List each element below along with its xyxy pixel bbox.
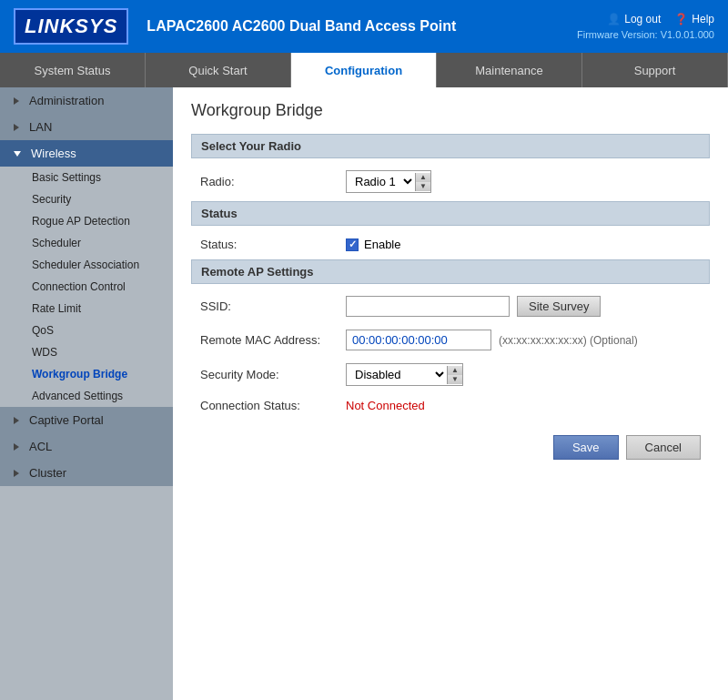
arrow-right-icon	[14, 124, 19, 131]
sidebar-item-acl[interactable]: ACL	[0, 433, 173, 460]
security-up-arrow[interactable]: ▲	[448, 366, 462, 375]
wireless-submenu: Basic Settings Security Rogue AP Detecti…	[0, 167, 173, 407]
sidebar-item-captive-portal[interactable]: Captive Portal	[0, 407, 173, 433]
connection-status-text: Not Connected	[346, 399, 425, 412]
connection-status-row: Connection Status: Not Connected	[191, 394, 710, 417]
connection-status-value: Not Connected	[346, 399, 425, 412]
logout-link[interactable]: 👤 Log out	[607, 13, 661, 25]
main-layout: Administration LAN Wireless Basic Settin…	[0, 87, 728, 700]
security-mode-select[interactable]: Disabled	[347, 364, 447, 385]
sidebar-item-qos[interactable]: QoS	[18, 320, 173, 341]
radio-row: Radio: Radio 1 ▲ ▼	[191, 166, 710, 198]
page-title: Workgroup Bridge	[191, 101, 710, 120]
remote-mac-value: (xx:xx:xx:xx:xx:xx) (Optional)	[346, 330, 638, 350]
status-value: ✓ Enable	[346, 238, 400, 251]
sidebar-item-workgroup-bridge[interactable]: Workgroup Bridge	[18, 363, 173, 385]
tab-maintenance[interactable]: Maintenance	[437, 53, 582, 87]
arrow-right-icon	[14, 417, 19, 424]
arrow-right-icon	[14, 443, 19, 451]
ssid-row: SSID: Site Survey	[191, 291, 710, 321]
enable-label: Enable	[364, 238, 400, 251]
action-row: Save Cancel	[191, 435, 710, 460]
sidebar-item-rogue-ap[interactable]: Rogue AP Detection	[18, 210, 173, 232]
ssid-label: SSID:	[200, 299, 346, 313]
security-mode-spin-arrows: ▲ ▼	[447, 366, 462, 384]
remote-ap-section-header: Remote AP Settings	[191, 259, 710, 284]
ssid-input[interactable]	[346, 296, 510, 317]
radio-down-arrow[interactable]: ▼	[416, 182, 430, 191]
logo-box: LINKSYS	[14, 8, 128, 45]
remote-mac-input[interactable]	[346, 330, 491, 350]
arrow-down-icon	[14, 151, 21, 157]
content-area: Workgroup Bridge Select Your Radio Radio…	[173, 87, 728, 700]
tab-system-status[interactable]: System Status	[0, 53, 146, 87]
logo-text: LINKSYS	[25, 15, 117, 37]
sidebar-item-wds[interactable]: WDS	[18, 341, 173, 363]
help-icon: ❓	[674, 13, 688, 25]
ssid-value: Site Survey	[346, 296, 601, 317]
tab-support[interactable]: Support	[582, 53, 728, 87]
arrow-right-icon	[14, 470, 19, 477]
select-radio-section-header: Select Your Radio	[191, 134, 710, 158]
radio-spin-arrows: ▲ ▼	[415, 173, 430, 191]
radio-up-arrow[interactable]: ▲	[416, 173, 430, 182]
sidebar-item-connection-control[interactable]: Connection Control	[18, 276, 173, 298]
cancel-button[interactable]: Cancel	[626, 435, 701, 460]
help-label: Help	[692, 13, 714, 25]
sidebar-item-advanced-settings[interactable]: Advanced Settings	[18, 385, 173, 407]
sidebar-item-rate-limit[interactable]: Rate Limit	[18, 298, 173, 320]
sidebar-item-cluster[interactable]: Cluster	[0, 460, 173, 486]
radio-select[interactable]: Radio 1	[347, 171, 415, 192]
sidebar-item-scheduler[interactable]: Scheduler	[18, 232, 173, 254]
logo-area: LINKSYS LAPAC2600 AC2600 Dual Band Acces…	[14, 8, 456, 45]
sidebar-item-wireless[interactable]: Wireless	[0, 140, 173, 167]
security-mode-value: Disabled ▲ ▼	[346, 363, 463, 386]
tab-configuration[interactable]: Configuration	[291, 53, 437, 87]
nav-tabs: System Status Quick Start Configuration …	[0, 53, 728, 87]
save-button[interactable]: Save	[553, 435, 619, 460]
device-name: LAPAC2600 AC2600 Dual Band Access Point	[147, 18, 456, 35]
security-mode-row: Security Mode: Disabled ▲ ▼	[191, 359, 710, 391]
security-down-arrow[interactable]: ▼	[448, 375, 462, 384]
status-section-header: Status	[191, 201, 710, 226]
site-survey-button[interactable]: Site Survey	[517, 296, 601, 317]
status-row: Status: ✓ Enable	[191, 233, 710, 256]
radio-value: Radio 1 ▲ ▼	[346, 170, 431, 193]
sidebar-item-security[interactable]: Security	[18, 188, 173, 210]
sidebar: Administration LAN Wireless Basic Settin…	[0, 87, 173, 700]
tab-quick-start[interactable]: Quick Start	[146, 53, 291, 87]
security-mode-select-wrapper[interactable]: Disabled ▲ ▼	[346, 363, 463, 386]
firmware-version: Firmware Version: V1.0.01.000	[577, 29, 714, 40]
remote-mac-row: Remote MAC Address: (xx:xx:xx:xx:xx:xx) …	[191, 325, 710, 355]
header-links: 👤 Log out ❓ Help	[607, 13, 714, 25]
checkmark-icon: ✓	[349, 238, 357, 250]
header: LINKSYS LAPAC2600 AC2600 Dual Band Acces…	[0, 0, 728, 53]
sidebar-item-administration[interactable]: Administration	[0, 87, 173, 114]
radio-label: Radio:	[200, 175, 346, 188]
sidebar-item-scheduler-association[interactable]: Scheduler Association	[18, 254, 173, 276]
radio-select-wrapper[interactable]: Radio 1 ▲ ▼	[346, 170, 431, 193]
person-icon: 👤	[607, 13, 621, 25]
sidebar-item-lan[interactable]: LAN	[0, 114, 173, 140]
status-label: Status:	[200, 238, 346, 251]
help-link[interactable]: ❓ Help	[674, 13, 714, 25]
sidebar-item-basic-settings[interactable]: Basic Settings	[18, 167, 173, 188]
mac-optional-text: (xx:xx:xx:xx:xx:xx) (Optional)	[499, 334, 638, 347]
remote-mac-label: Remote MAC Address:	[200, 333, 346, 347]
connection-status-label: Connection Status:	[200, 399, 346, 412]
logout-label: Log out	[624, 13, 661, 25]
enable-checkbox[interactable]: ✓	[346, 238, 359, 251]
security-mode-label: Security Mode:	[200, 368, 346, 381]
arrow-right-icon	[14, 97, 19, 105]
header-right: 👤 Log out ❓ Help Firmware Version: V1.0.…	[577, 13, 714, 40]
